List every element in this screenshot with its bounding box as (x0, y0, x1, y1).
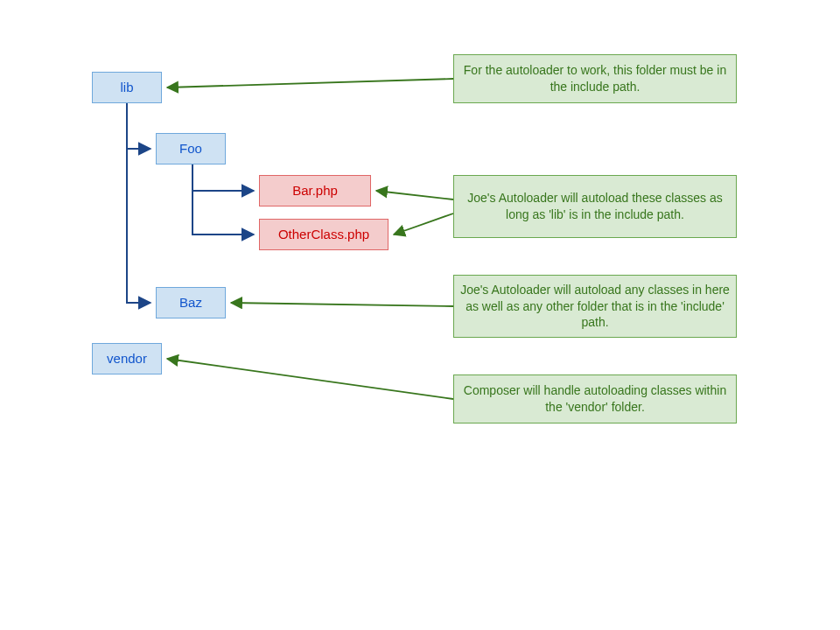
folder-lib-label: lib (120, 79, 133, 96)
folder-foo-label: Foo (179, 140, 202, 158)
note-include-path-text: For the autoloader to work, this folder … (459, 62, 731, 95)
folder-lib: lib (92, 72, 162, 103)
file-otherclass: OtherClass.php (259, 219, 388, 250)
note-autoload-folder-text: Joe's Autoloader will autoload any class… (459, 282, 731, 332)
folder-baz-label: Baz (179, 294, 202, 312)
file-bar: Bar.php (259, 175, 371, 206)
diagram-stage: { "tree": { "lib": { "label": "lib", "x"… (0, 0, 840, 630)
folder-vendor-label: vendor (107, 350, 147, 368)
note-autoload-classes: Joe's Autoloader will autoload these cla… (453, 175, 737, 238)
file-otherclass-label: OtherClass.php (278, 226, 369, 243)
note-autoload-classes-text: Joe's Autoloader will autoload these cla… (459, 190, 731, 223)
folder-foo: Foo (156, 133, 226, 164)
note-include-path: For the autoloader to work, this folder … (453, 54, 737, 103)
note-composer: Composer will handle autoloading classes… (453, 374, 737, 424)
note-composer-text: Composer will handle autoloading classes… (459, 382, 731, 416)
folder-baz: Baz (156, 287, 226, 318)
file-bar-label: Bar.php (292, 182, 338, 200)
folder-vendor: vendor (92, 343, 162, 374)
note-autoload-folder: Joe's Autoloader will autoload any class… (453, 275, 737, 338)
